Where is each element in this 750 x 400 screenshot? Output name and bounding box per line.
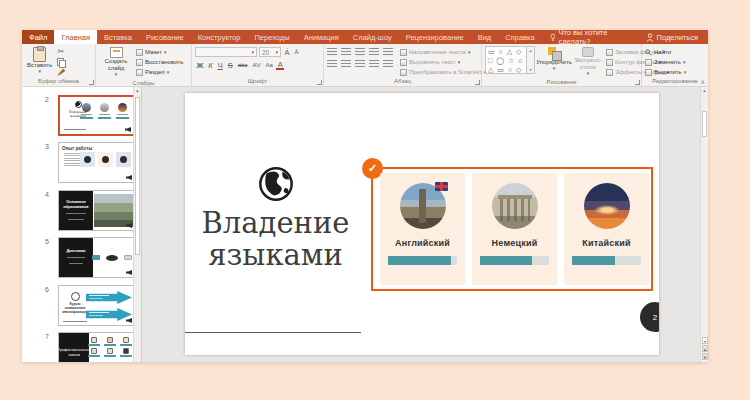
- quick-styles-button[interactable]: Экспресс-стили ▾: [573, 46, 603, 78]
- convert-smartart-button[interactable]: Преобразовать в SmartArt▾: [400, 68, 486, 76]
- align-left-icon[interactable]: [327, 60, 337, 68]
- shape-fill-icon: [606, 49, 613, 56]
- bold-button[interactable]: Ж: [195, 61, 205, 70]
- replace-button[interactable]: Заменить▾: [645, 58, 686, 66]
- slide-title-textbox[interactable]: Владение языками: [193, 165, 358, 272]
- shapes-gallery[interactable]: ▭ ○ △ ◇ □ ◯ ☆ ⌂ △ ▭ ○ ◇ ▴▾: [485, 46, 535, 74]
- ribbon-group-drawing: ▭ ○ △ ◇ □ ◯ ☆ ⌂ △ ▭ ○ ◇ ▴▾ Упорядочить ▾: [482, 44, 642, 86]
- tab-home[interactable]: Главная: [54, 30, 97, 44]
- slide-canvas[interactable]: Владение языками ✓ Английский: [185, 93, 659, 355]
- scroll-down-button[interactable]: ▾: [702, 337, 708, 344]
- language-card-german[interactable]: Немецкий: [472, 173, 557, 285]
- thumbnail-scrollbar[interactable]: ▴: [133, 87, 141, 362]
- paragraph-group-label: Абзац: [324, 77, 481, 86]
- numbering-icon[interactable]: [341, 48, 351, 56]
- format-painter-icon[interactable]: [57, 68, 65, 76]
- justify-icon[interactable]: [369, 60, 379, 68]
- decrease-indent-icon[interactable]: [355, 48, 365, 56]
- text-direction-button[interactable]: Направление текста▾: [400, 48, 486, 56]
- tab-animations[interactable]: Анимация: [297, 30, 346, 44]
- tab-transitions[interactable]: Переходы: [247, 30, 296, 44]
- ribbon-group-editing: Найти Заменить▾ Выделить▾ Редактирование: [642, 44, 708, 86]
- decrease-font-icon[interactable]: А̀: [293, 49, 300, 55]
- quick-styles-icon: [582, 47, 594, 57]
- align-text-icon: [400, 59, 407, 66]
- slide-number-badge: 2: [640, 302, 659, 332]
- share-button[interactable]: Поделиться: [636, 30, 708, 44]
- arrange-icon: [548, 47, 560, 59]
- line-spacing-icon[interactable]: [383, 48, 393, 56]
- uk-flag-icon: [435, 182, 448, 191]
- section-icon: [136, 69, 143, 76]
- thumbnail-slide-4[interactable]: 4 Основное образование: [22, 190, 135, 231]
- change-case-icon[interactable]: Аа: [264, 62, 274, 68]
- thumbnail-slide-3[interactable]: 3 Опыт работы: [22, 142, 135, 183]
- berlin-photo: [492, 183, 538, 229]
- main-content: 2 Владение языками 3: [22, 87, 708, 362]
- main-scrollbar[interactable]: ▴ ▾ ▲ ▼: [700, 87, 708, 362]
- tab-slideshow[interactable]: Слайд-шоу: [346, 30, 399, 44]
- scroll-up-button[interactable]: ▴: [701, 87, 708, 95]
- thumbnail-slide-2[interactable]: 2 Владение языками: [22, 95, 135, 136]
- mini-badge-icon: [71, 292, 80, 301]
- scroll-thumb[interactable]: [702, 111, 707, 137]
- font-color-button[interactable]: А: [276, 61, 284, 70]
- select-button[interactable]: Выделить▾: [645, 68, 686, 76]
- language-card-english[interactable]: Английский: [380, 173, 465, 285]
- thumbnail-scroll-thumb[interactable]: [135, 97, 140, 255]
- thumbnail-slide-7[interactable]: 7 Профессиональные навыки: [22, 332, 135, 362]
- tab-help[interactable]: Справка: [498, 30, 541, 44]
- language-label: Немецкий: [492, 238, 538, 248]
- section-button[interactable]: Раздел▾: [136, 68, 183, 76]
- tell-me-box[interactable]: Что вы хотите сделать?: [542, 30, 636, 44]
- previous-slide-button[interactable]: ▲: [702, 345, 708, 352]
- tab-view[interactable]: Вид: [471, 30, 499, 44]
- bullets-icon[interactable]: [327, 48, 337, 56]
- tab-design[interactable]: Конструктор: [191, 30, 248, 44]
- increase-font-icon[interactable]: А́: [283, 48, 291, 57]
- building-photo: [94, 194, 134, 227]
- thumbnail-scroll-up[interactable]: ▴: [134, 87, 141, 95]
- collapse-ribbon-icon[interactable]: ∧: [701, 78, 705, 85]
- increase-indent-icon[interactable]: [369, 48, 379, 56]
- language-card-chinese[interactable]: Китайский: [564, 173, 649, 285]
- clipboard-dialog-launcher[interactable]: [89, 80, 94, 85]
- thumbnail-slide-5[interactable]: 5 Дипломы: [22, 237, 135, 278]
- tab-review[interactable]: Рецензирование: [399, 30, 471, 44]
- paste-button[interactable]: Вставить ▾: [25, 46, 54, 76]
- ribbon-group-font: ▾ 20▾ А́ А̀ Ж К Ч S abc АV Аа А: [192, 44, 324, 86]
- language-label: Английский: [395, 238, 450, 248]
- drawing-dialog-launcher[interactable]: [635, 80, 640, 85]
- strikethrough-button[interactable]: S: [226, 61, 234, 70]
- underline-button[interactable]: Ч: [216, 61, 224, 70]
- layout-button[interactable]: Макет▾: [136, 48, 183, 56]
- find-button[interactable]: Найти: [645, 48, 686, 56]
- arrange-button[interactable]: Упорядочить ▾: [538, 46, 570, 73]
- align-right-icon[interactable]: [355, 60, 365, 68]
- slide-number: 7: [45, 333, 49, 340]
- audio-icon: [126, 175, 132, 180]
- cut-icon[interactable]: ✂: [57, 48, 65, 56]
- next-slide-button[interactable]: ▼: [702, 353, 708, 360]
- copy-icon[interactable]: [57, 58, 65, 66]
- font-dialog-launcher[interactable]: [317, 80, 322, 85]
- person-icon: [646, 33, 654, 42]
- selected-language-cards-group[interactable]: ✓ Английский: [371, 167, 653, 291]
- powerpoint-window: Файл Главная Вставка Рисование Конструкт…: [22, 30, 708, 362]
- tab-draw[interactable]: Рисование: [139, 30, 191, 44]
- character-spacing-icon[interactable]: АV: [251, 62, 262, 68]
- tab-file[interactable]: Файл: [22, 30, 54, 44]
- new-slide-button[interactable]: Создать слайд ▾: [99, 46, 133, 79]
- tab-insert[interactable]: Вставка: [97, 30, 139, 44]
- paragraph-dialog-launcher[interactable]: [475, 80, 480, 85]
- font-name-combobox[interactable]: ▾: [195, 47, 257, 57]
- shrink-text-icon[interactable]: abc: [236, 62, 249, 68]
- font-size-combobox[interactable]: 20▾: [259, 47, 281, 57]
- columns-icon[interactable]: [383, 60, 393, 68]
- align-center-icon[interactable]: [341, 60, 351, 68]
- italic-button[interactable]: К: [207, 61, 214, 70]
- align-text-button[interactable]: Выровнять текст▾: [400, 58, 486, 66]
- shapes-gallery-scroll[interactable]: ▴▾: [527, 46, 535, 74]
- reset-button[interactable]: Восстановить: [136, 58, 183, 66]
- thumbnail-slide-6[interactable]: 6 Курсы повышения квалификации: [22, 285, 135, 326]
